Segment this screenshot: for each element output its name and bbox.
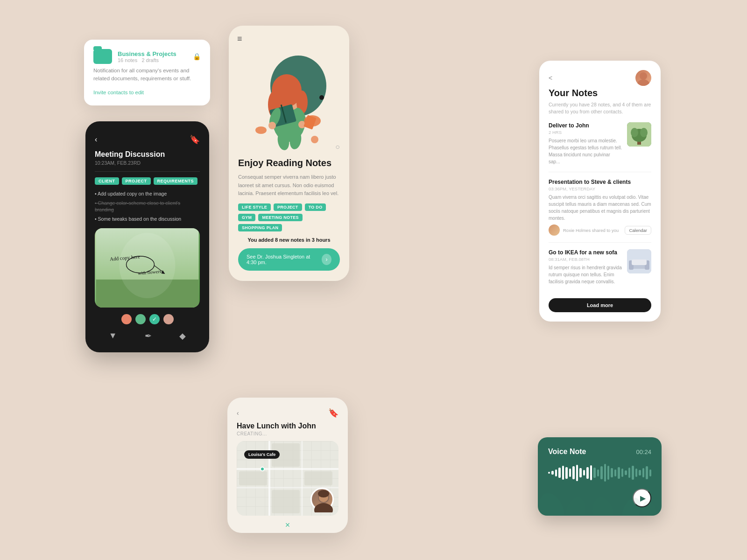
svg-point-27 [640,72,647,80]
meeting-back-button[interactable]: ‹ [95,135,97,144]
lock-icon: 🔒 [193,53,201,60]
note-deliver-time: 2 HRS [549,130,622,135]
tag-project: PROJECT [122,177,151,185]
meeting-title: Meeting Discussion [95,150,200,159]
tag-requirements: REQUIREMENTS [154,177,198,185]
reading-illustration [229,44,349,156]
reminder-text: See Dr. Joshua Singleton at 4:30 pm. [247,254,322,265]
note-presentation-desc: Quam viverra orci sagittis eu volutpat o… [549,194,651,222]
wave-bar-18 [611,468,613,477]
note-item-deliver-header: Deliver to John 2 HRS Posuere morbi leo … [549,122,651,165]
lunch-nav: ‹ 🔖 [237,408,338,418]
meeting-point-3: • Some tweaks based on the discussion [95,216,200,223]
tag-lifestyle: LIFE STYLE [238,203,271,211]
meeting-bookmark-icon[interactable]: 🔖 [190,134,200,145]
note-ikea-time: 08:31AM, FEB.08TH [549,257,622,262]
svg-point-33 [640,128,648,137]
wave-bar-27 [642,468,644,477]
shared-text: Roxie Holmes shared to you [563,228,619,233]
lunch-close: × [237,516,338,533]
wave-bar-16 [604,464,606,482]
reading-reminder-button[interactable]: See Dr. Joshua Singleton at 4:30 pm. › [238,248,340,271]
wave-bar-6 [569,469,571,477]
svg-point-18 [268,122,276,129]
wave-bar-28 [646,466,648,479]
reading-description: Consequat semper viverra nam libero just… [238,173,340,198]
note-ikea-desc: Id semper risus in hendrerit gravida rut… [549,264,622,285]
business-title: Business & Projects [118,50,176,57]
note-item-deliver: Deliver to John 2 HRS Posuere morbi leo … [549,122,651,172]
map-person-avatar [310,488,334,511]
shared-row: Roxie Holmes shared to you Calendar [549,224,651,236]
have-lunch-card: ‹ 🔖 Have Lunch with John CREATING... Lou… [227,398,348,533]
svg-point-54 [618,495,644,516]
tag-client: CLIENT [95,177,119,185]
load-more-button[interactable]: Load more [549,298,651,312]
shared-user: Roxie Holmes shared to you [549,224,619,236]
reading-content: Enjoy Reading Notes ○ Consequat semper v… [229,156,349,271]
shared-avatar [549,224,560,236]
wave-bar-21 [621,469,623,477]
wave-bar-5 [565,467,567,479]
meeting-point-1: • Add updated copy on the image [95,190,200,197]
svg-point-52 [562,495,589,516]
eraser-tool-icon[interactable]: ◆ [179,331,186,341]
business-title-group: Business & Projects 16 notes 2 drafts [118,50,176,63]
invite-contacts-link[interactable]: Invite contacts to edit [93,90,144,95]
search-icon[interactable]: ○ [335,143,340,151]
note-deliver-thumbnail [627,122,651,147]
meeting-tags: CLIENT PROJECT REQUIREMENTS [95,177,200,185]
pen-tool-icon[interactable]: ✒ [145,331,152,341]
wave-bar-15 [600,466,602,479]
svg-rect-44 [239,471,267,485]
wave-bar-8 [576,465,578,481]
notes-header: < [549,70,651,86]
svg-rect-45 [304,471,332,485]
close-icon[interactable]: × [285,520,290,530]
wave-bar-1 [551,471,553,475]
reading-menu-icon[interactable]: ≡ [229,26,349,44]
tag-gym: GYM [238,214,255,221]
note-item-deliver-text: Deliver to John 2 HRS Posuere morbi leo … [549,122,622,165]
svg-point-51 [538,490,569,516]
lunch-status: CREATING... [237,431,338,436]
note-deliver-desc: Posuere morbi leo urna molestie. Phasell… [549,137,622,165]
calendar-button[interactable]: Calendar [625,226,651,235]
business-description: Notification for all company's events an… [93,67,201,83]
color-dot-green[interactable] [135,314,146,324]
cafe-label[interactable]: Louisa's Cafe [244,450,280,459]
user-avatar [635,70,651,86]
meeting-point-2: • Change color-scheme close to client's … [95,200,200,213]
wave-bar-11 [586,467,588,479]
voice-header: Voice Note 00:24 [548,448,651,456]
wave-bar-4 [562,466,564,480]
meeting-nav: ‹ 🔖 [95,134,200,145]
business-card-header: Business & Projects 16 notes 2 drafts 🔒 [93,49,201,64]
wave-bar-23 [628,468,630,478]
svg-point-55 [640,499,660,516]
note-presentation-title: Presentation to Steve & clients [549,179,651,185]
business-meta: 16 notes 2 drafts [118,57,176,63]
color-palette: ✓ [95,314,200,324]
color-dot-peach[interactable] [163,314,174,324]
text-tool-icon[interactable]: ▼ [109,331,117,341]
reminder-action-icon[interactable]: › [322,254,331,265]
notes-back-button[interactable]: < [549,74,552,82]
note-item-ikea-text: Go to IKEA for a new sofa 08:31AM, FEB.0… [549,249,622,285]
voice-note-card: Voice Note 00:24 ▶ [538,437,662,516]
tool-icons-row: ▼ ✒ ◆ [95,331,200,341]
voice-duration: 00:24 [636,448,651,455]
wave-bar-13 [593,468,595,478]
wave-bar-3 [558,468,560,478]
note-ikea-thumbnail [627,249,651,273]
lunch-back-button[interactable]: ‹ [237,409,239,417]
svg-rect-38 [632,259,647,265]
lunch-bookmark-icon[interactable]: 🔖 [328,408,338,418]
reading-notes-count: You added 8 new notes in 3 hours [238,237,340,243]
wave-bar-14 [597,469,599,476]
color-dot-teal[interactable]: ✓ [149,314,160,324]
note-item-presentation-header: Presentation to Steve & clients 03:36PM,… [549,179,651,222]
svg-rect-46 [272,490,300,513]
color-dot-orange[interactable] [121,314,132,324]
svg-point-26 [319,95,324,100]
